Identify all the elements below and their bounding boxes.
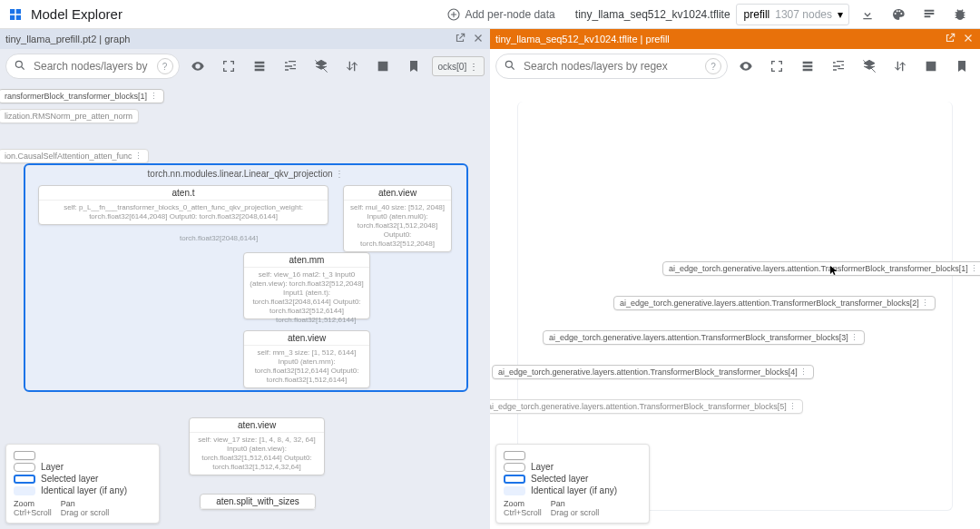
right-toolbar: ? bbox=[490, 49, 980, 83]
add-per-node-label: Add per-node data bbox=[465, 8, 554, 21]
search-icon bbox=[14, 59, 26, 74]
panes: tiny_llama_prefill.pt2 | graph ? bbox=[0, 29, 980, 529]
edge-label-mm: torch.float32[1,512,6144] bbox=[276, 316, 357, 324]
add-per-node-button[interactable]: Add per-node data bbox=[439, 4, 562, 25]
edge-label-t: torch.float32[2048,6144] bbox=[180, 234, 258, 242]
mouse-cursor-icon bbox=[828, 265, 839, 281]
chevron-down-icon: ▾ bbox=[838, 8, 843, 21]
layers-off-icon[interactable] bbox=[309, 54, 334, 79]
chip-causal-attn[interactable]: ion.CausalSelfAttention_atten_func bbox=[0, 149, 149, 163]
close-icon[interactable] bbox=[962, 32, 975, 46]
palette-icon[interactable] bbox=[886, 2, 911, 27]
block-1[interactable]: ai_edge_torch.generative.layers.attentio… bbox=[662, 261, 980, 276]
op-aten-t[interactable]: aten.t self: p_L__fn___transformer_block… bbox=[38, 185, 328, 225]
dropdown-node-count: 1307 nodes bbox=[775, 8, 832, 21]
op-aten-view-out[interactable]: aten.view self: mm_3 size: [1, 512, 6144… bbox=[243, 330, 370, 388]
download-icon[interactable] bbox=[855, 2, 880, 27]
blocks-breadcrumb-chip[interactable]: ocks[0] ⋮ bbox=[432, 56, 485, 76]
right-tab-title: tiny_llama_seq512_kv1024.tflite | prefil… bbox=[495, 34, 670, 44]
search-icon bbox=[504, 59, 516, 74]
left-tab-title: tiny_llama_prefill.pt2 | graph bbox=[5, 34, 130, 44]
help-icon[interactable]: ? bbox=[157, 58, 173, 74]
dropdown-label: prefill bbox=[744, 8, 770, 21]
block-2[interactable]: ai_edge_torch.generative.layers.attentio… bbox=[613, 296, 936, 310]
right-pane: tiny_llama_seq512_kv1024.tflite | prefil… bbox=[490, 29, 980, 529]
open-in-new-icon[interactable] bbox=[454, 32, 466, 46]
fit-icon[interactable] bbox=[216, 54, 241, 79]
op-aten-view-in[interactable]: aten.view self: mul_40 size: [512, 2048]… bbox=[343, 185, 452, 252]
sort-icon[interactable] bbox=[887, 54, 913, 79]
op-aten-view-post[interactable]: aten.view self: view_17 size: [1, 4, 8, … bbox=[189, 417, 325, 475]
collapse-icon[interactable] bbox=[795, 54, 820, 79]
appbar: Model Explorer Add per-node data tiny_ll… bbox=[0, 0, 980, 29]
search-input[interactable] bbox=[32, 59, 152, 73]
sort-icon[interactable] bbox=[339, 54, 365, 79]
left-tab-header: tiny_llama_prefill.pt2 | graph bbox=[0, 29, 490, 49]
tune-icon[interactable] bbox=[826, 54, 851, 79]
chip-rmsnorm[interactable]: lization.RMSNorm_pre_atten_norm bbox=[0, 109, 139, 123]
legend: Op Layer Selected layer Identical layer … bbox=[5, 444, 160, 524]
op-aten-mm[interactable]: aten.mm self: view_16 mat2: t_3 Input0 (… bbox=[243, 252, 370, 319]
svg-point-2 bbox=[505, 61, 512, 67]
visibility-icon[interactable] bbox=[185, 54, 211, 79]
chip-transformer-block[interactable]: ransformerBlock_transformer_blocks[1] bbox=[0, 89, 164, 103]
layers-off-icon[interactable] bbox=[857, 54, 882, 79]
selected-group-title: torch.nn.modules.linear.Linear_qkv_proje… bbox=[25, 169, 466, 179]
left-canvas[interactable]: ransformerBlock_transformer_blocks[1] li… bbox=[0, 83, 490, 529]
notes-icon[interactable] bbox=[916, 2, 942, 27]
graph-select-dropdown[interactable]: prefill 1307 nodes ▾ bbox=[736, 4, 849, 25]
block-5[interactable]: ai_edge_torch.generative.layers.attentio… bbox=[490, 399, 803, 414]
op-aten-split[interactable]: aten.split_with_sizes bbox=[200, 494, 316, 510]
logo-icon bbox=[7, 6, 24, 23]
open-in-new-icon[interactable] bbox=[944, 32, 956, 46]
search-field[interactable]: ? bbox=[495, 54, 728, 79]
right-tab-header: tiny_llama_seq512_kv1024.tflite | prefil… bbox=[490, 29, 980, 49]
svg-point-1 bbox=[15, 61, 22, 67]
legend: Op Layer Selected layer Identical layer … bbox=[495, 444, 650, 524]
left-toolbar: ? ocks[0] ⋮ bbox=[0, 49, 490, 83]
left-pane: tiny_llama_prefill.pt2 | graph ? bbox=[0, 29, 490, 529]
block-3[interactable]: ai_edge_torch.generative.layers.attentio… bbox=[543, 330, 865, 345]
collapse-icon[interactable] bbox=[247, 54, 272, 79]
image-icon[interactable] bbox=[918, 54, 944, 79]
search-field[interactable]: ? bbox=[5, 54, 180, 79]
visibility-icon[interactable] bbox=[733, 54, 759, 79]
right-canvas[interactable]: ai_edge_torch.generative.layers.attentio… bbox=[490, 83, 980, 529]
fit-icon[interactable] bbox=[764, 54, 789, 79]
bug-icon[interactable] bbox=[947, 2, 973, 27]
bookmark-icon[interactable] bbox=[401, 54, 426, 79]
block-4[interactable]: ai_edge_torch.generative.layers.attentio… bbox=[492, 365, 814, 379]
image-icon[interactable] bbox=[370, 54, 396, 79]
tune-icon[interactable] bbox=[278, 54, 303, 79]
search-input[interactable] bbox=[522, 59, 700, 73]
selected-linear-qkv[interactable]: torch.nn.modules.linear.Linear_qkv_proje… bbox=[24, 163, 468, 392]
close-icon[interactable] bbox=[472, 32, 485, 46]
bookmark-icon[interactable] bbox=[949, 54, 975, 79]
model-name: tiny_llama_seq512_kv1024.tflite bbox=[575, 8, 730, 21]
help-icon[interactable]: ? bbox=[705, 58, 721, 74]
app-title: Model Explorer bbox=[31, 6, 122, 22]
